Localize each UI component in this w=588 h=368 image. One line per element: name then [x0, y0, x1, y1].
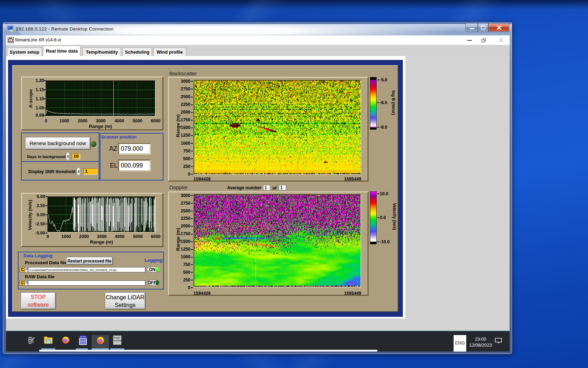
svg-text:METEK: METEK: [80, 336, 86, 338]
